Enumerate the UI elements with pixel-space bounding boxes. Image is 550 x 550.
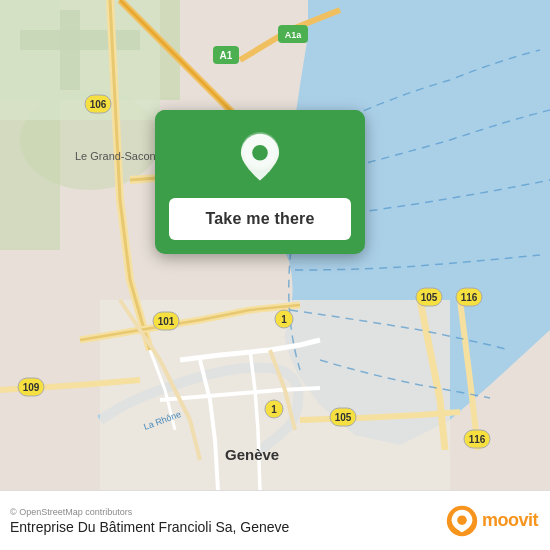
svg-text:116: 116 bbox=[461, 292, 478, 303]
svg-rect-6 bbox=[60, 10, 80, 90]
popup-icon-area bbox=[155, 110, 365, 198]
moovit-icon bbox=[446, 505, 478, 537]
svg-point-38 bbox=[252, 145, 268, 161]
map-container: A1 A1a 106 106 101 105 105 116 116 109 1 bbox=[0, 0, 550, 490]
svg-text:1: 1 bbox=[271, 404, 277, 415]
svg-text:101: 101 bbox=[158, 316, 175, 327]
take-me-there-button[interactable]: Take me there bbox=[169, 198, 351, 240]
svg-text:1: 1 bbox=[281, 314, 287, 325]
svg-text:Genève: Genève bbox=[225, 446, 279, 463]
svg-text:A1: A1 bbox=[220, 50, 233, 61]
location-pin-icon bbox=[234, 132, 286, 184]
svg-point-40 bbox=[457, 515, 467, 525]
moovit-logo: moovit bbox=[446, 505, 538, 537]
bottom-bar: © OpenStreetMap contributors Entreprise … bbox=[0, 490, 550, 550]
svg-text:109: 109 bbox=[23, 382, 40, 393]
svg-text:106: 106 bbox=[90, 99, 107, 110]
moovit-text: moovit bbox=[482, 510, 538, 531]
svg-text:105: 105 bbox=[421, 292, 438, 303]
svg-text:105: 105 bbox=[335, 412, 352, 423]
bottom-info: © OpenStreetMap contributors Entreprise … bbox=[10, 507, 289, 535]
popup-card: Take me there bbox=[155, 110, 365, 254]
svg-text:116: 116 bbox=[469, 434, 486, 445]
copyright-text: © OpenStreetMap contributors bbox=[10, 507, 289, 517]
svg-text:A1a: A1a bbox=[285, 30, 303, 40]
location-name: Entreprise Du Bâtiment Francioli Sa, Gen… bbox=[10, 519, 289, 535]
